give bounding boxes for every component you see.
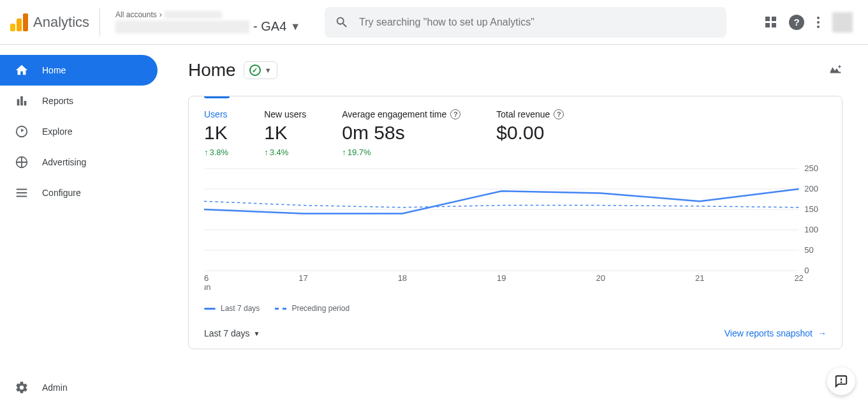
info-icon[interactable]: ?	[450, 109, 460, 119]
metric-label: Average engagement time	[342, 109, 446, 119]
metric-delta: ↑3.4%	[264, 147, 306, 157]
explore-icon	[14, 124, 29, 139]
apps-grid-icon[interactable]	[765, 17, 776, 27]
overview-card: Users 1K ↑3.8% New users 1K ↑3.4% Averag…	[188, 96, 842, 349]
metric-label: Total revenue	[496, 109, 550, 119]
svg-text:150: 150	[804, 205, 818, 213]
account-selector[interactable]: All accounts › - GA4 ▼	[115, 10, 307, 34]
sidebar-item-advertising[interactable]: Advertising	[0, 147, 158, 178]
legend-solid-swatch	[204, 308, 216, 310]
main-content: Home ✓ ▼ Users 1K ↑3.8% New users 1K ↑3.…	[163, 45, 868, 408]
product-logo-block[interactable]: Analytics	[10, 8, 100, 36]
chart-legend: Last 7 days Preceding period	[204, 304, 827, 313]
nav-sidebar: Home Reports Explore Advertising Configu…	[0, 45, 163, 408]
svg-point-21	[841, 382, 842, 382]
gear-icon	[14, 380, 29, 395]
legend-label: Preceding period	[291, 304, 349, 313]
sidebar-item-label: Explore	[42, 126, 72, 137]
more-menu-icon[interactable]	[817, 17, 820, 28]
legend-item-preceding: Preceding period	[275, 304, 349, 313]
metric-users[interactable]: Users 1K ↑3.8%	[204, 109, 228, 157]
help-icon[interactable]: ?	[789, 15, 804, 30]
svg-text:200: 200	[804, 185, 818, 193]
property-suffix: - GA4	[253, 19, 286, 34]
redacted-property-name	[115, 20, 249, 33]
sidebar-item-label: Reports	[42, 96, 73, 106]
sidebar-item-reports[interactable]: Reports	[0, 86, 158, 116]
analytics-logo-icon	[10, 13, 28, 31]
metric-label: Users	[204, 109, 228, 119]
arrow-up-icon: ↑	[342, 147, 346, 157]
view-reports-snapshot-link[interactable]: View reports snapshot →	[725, 328, 827, 338]
link-label: View reports snapshot	[725, 328, 813, 338]
product-name: Analytics	[33, 14, 89, 31]
redacted-account-name	[165, 11, 222, 19]
svg-text:250: 250	[804, 164, 818, 172]
metric-engagement-time[interactable]: Average engagement time ? 0m 58s ↑19.7%	[342, 109, 460, 157]
search-bar[interactable]	[325, 7, 726, 38]
sidebar-item-configure[interactable]: Configure	[0, 178, 158, 208]
caret-down-icon: ▼	[265, 66, 272, 74]
metric-new-users[interactable]: New users 1K ↑3.4%	[264, 109, 306, 157]
feedback-button[interactable]	[827, 367, 855, 395]
sidebar-item-label: Advertising	[42, 157, 86, 167]
svg-text:19: 19	[497, 274, 506, 282]
metric-value: 1K	[264, 122, 306, 144]
info-icon[interactable]: ?	[554, 109, 564, 119]
chevron-right-icon: ›	[159, 10, 162, 19]
legend-dashed-swatch	[275, 308, 286, 310]
arrow-up-icon: ↑	[204, 147, 209, 157]
metric-value: $0.00	[496, 122, 564, 144]
svg-text:0: 0	[804, 266, 809, 275]
sidebar-item-label: Configure	[42, 188, 81, 198]
svg-text:Jun: Jun	[204, 283, 211, 291]
top-header: Analytics All accounts › - GA4 ▼ ?	[0, 0, 868, 45]
svg-text:18: 18	[398, 274, 408, 282]
user-avatar[interactable]	[832, 12, 853, 33]
status-chip[interactable]: ✓ ▼	[244, 61, 277, 79]
advertising-icon	[14, 155, 29, 170]
svg-text:100: 100	[804, 225, 818, 234]
metric-delta: ↑3.8%	[204, 147, 228, 157]
metric-delta: ↑19.7%	[342, 147, 460, 157]
feedback-icon	[834, 374, 848, 388]
arrow-up-icon: ↑	[264, 147, 268, 157]
date-range-label: Last 7 days	[204, 328, 250, 338]
svg-text:50: 50	[804, 246, 814, 254]
svg-text:16: 16	[204, 274, 209, 282]
caret-down-icon: ▼	[254, 330, 260, 337]
insights-icon[interactable]	[828, 62, 842, 79]
chart: 05010015020025016171819202122Jun	[204, 162, 827, 299]
search-input[interactable]	[359, 17, 716, 28]
legend-item-current: Last 7 days	[204, 304, 260, 313]
caret-down-icon: ▼	[290, 21, 300, 33]
page-title: Home	[188, 60, 236, 80]
legend-label: Last 7 days	[221, 304, 260, 313]
line-chart-svg: 05010015020025016171819202122Jun	[204, 162, 827, 296]
arrow-right-icon: →	[818, 328, 827, 338]
sidebar-item-home[interactable]: Home	[0, 55, 158, 86]
metric-value: 1K	[204, 122, 228, 144]
sidebar-item-explore[interactable]: Explore	[0, 116, 158, 147]
svg-text:21: 21	[695, 274, 705, 282]
search-icon	[335, 15, 349, 29]
sidebar-item-label: Admin	[42, 382, 68, 393]
metric-value: 0m 58s	[342, 122, 460, 144]
svg-text:22: 22	[794, 274, 804, 282]
configure-icon	[14, 185, 29, 200]
sidebar-item-admin[interactable]: Admin	[0, 372, 158, 403]
metric-revenue[interactable]: Total revenue ? $0.00	[496, 109, 564, 157]
metric-label: New users	[264, 109, 306, 119]
metrics-row: Users 1K ↑3.8% New users 1K ↑3.4% Averag…	[204, 109, 827, 157]
home-icon	[14, 63, 29, 78]
svg-text:20: 20	[596, 274, 606, 282]
sidebar-item-label: Home	[42, 65, 66, 75]
svg-text:17: 17	[298, 274, 308, 282]
date-range-selector[interactable]: Last 7 days ▼	[204, 328, 260, 338]
reports-icon	[14, 93, 29, 109]
check-circle-icon: ✓	[249, 64, 261, 76]
breadcrumb-label: All accounts	[115, 10, 157, 19]
